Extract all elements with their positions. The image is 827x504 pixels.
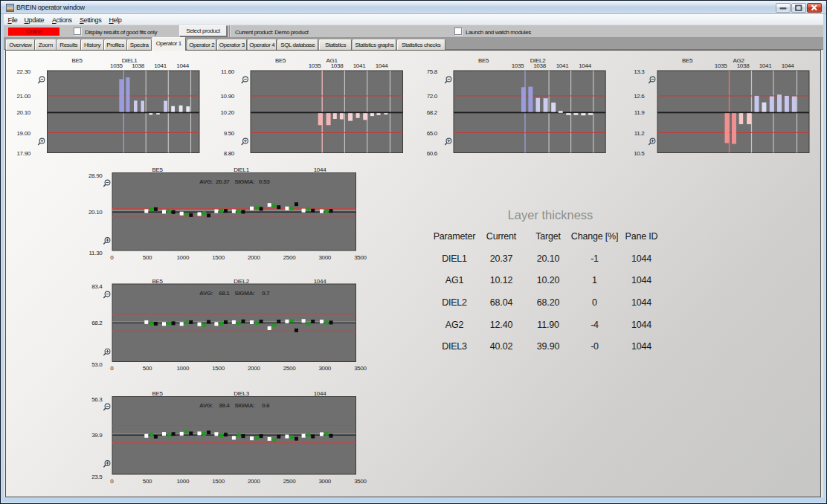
svg-text:39.4: 39.4 — [219, 402, 230, 409]
svg-text:1000: 1000 — [176, 365, 189, 372]
svg-text:SIGMA:: SIGMA: — [234, 402, 254, 409]
svg-text:1038: 1038 — [737, 62, 750, 69]
svg-text:0: 0 — [110, 365, 114, 372]
svg-text:12.6: 12.6 — [634, 93, 645, 100]
svg-text:20.10: 20.10 — [89, 209, 103, 216]
svg-text:0.6: 0.6 — [262, 402, 270, 409]
svg-text:1041: 1041 — [154, 62, 167, 69]
svg-text:2000: 2000 — [248, 365, 260, 372]
svg-text:11.60: 11.60 — [221, 68, 235, 75]
svg-text:23.5: 23.5 — [91, 474, 103, 480]
svg-text:21.00: 21.00 — [16, 93, 30, 100]
svg-text:1500: 1500 — [212, 365, 225, 372]
svg-text:1038: 1038 — [533, 62, 546, 69]
svg-text:0: 0 — [110, 478, 114, 485]
svg-text:2500: 2500 — [283, 365, 296, 372]
svg-text:53.0: 53.0 — [91, 361, 103, 368]
svg-text:2500: 2500 — [283, 478, 296, 485]
svg-text:68.1: 68.1 — [219, 290, 230, 297]
svg-text:10.5: 10.5 — [634, 150, 645, 157]
svg-text:3500: 3500 — [354, 365, 367, 372]
svg-text:11.9: 11.9 — [634, 109, 646, 116]
svg-text:2500: 2500 — [283, 254, 296, 261]
svg-text:1044: 1044 — [376, 62, 388, 69]
svg-text:DIEL1: DIEL1 — [234, 167, 250, 173]
svg-text:1500: 1500 — [212, 478, 225, 485]
svg-text:1035: 1035 — [110, 62, 123, 69]
svg-text:BE5: BE5 — [152, 390, 163, 397]
svg-text:10.90: 10.90 — [220, 93, 234, 100]
svg-text:11.2: 11.2 — [634, 130, 646, 137]
svg-text:75.8: 75.8 — [427, 68, 438, 75]
svg-text:BE5: BE5 — [152, 278, 163, 285]
svg-text:28.90: 28.90 — [89, 172, 103, 179]
svg-text:3000: 3000 — [318, 254, 331, 261]
svg-text:1500: 1500 — [212, 254, 225, 261]
svg-text:DIEL3: DIEL3 — [234, 390, 250, 397]
svg-text:19.00: 19.00 — [16, 130, 30, 137]
svg-text:1044: 1044 — [782, 62, 794, 69]
svg-text:60.6: 60.6 — [427, 150, 438, 157]
svg-text:1044: 1044 — [314, 167, 326, 173]
svg-text:0.53: 0.53 — [259, 178, 270, 185]
svg-text:500: 500 — [143, 365, 152, 372]
svg-text:10.20: 10.20 — [220, 109, 234, 116]
svg-text:BE5: BE5 — [275, 57, 286, 64]
svg-text:65.0: 65.0 — [427, 130, 438, 137]
svg-text:DIEL2: DIEL2 — [234, 278, 250, 285]
svg-text:9.50: 9.50 — [224, 130, 235, 137]
svg-text:68.2: 68.2 — [91, 320, 103, 326]
svg-text:0.7: 0.7 — [262, 290, 270, 297]
svg-text:2000: 2000 — [248, 478, 260, 485]
svg-text:1035: 1035 — [309, 62, 321, 69]
svg-text:1035: 1035 — [512, 62, 524, 69]
svg-text:BE5: BE5 — [152, 167, 163, 173]
svg-text:1041: 1041 — [556, 62, 569, 69]
svg-text:500: 500 — [143, 478, 152, 485]
svg-text:1038: 1038 — [132, 62, 144, 69]
svg-text:1044: 1044 — [579, 62, 591, 69]
svg-text:1041: 1041 — [759, 62, 772, 69]
svg-text:SIGMA:: SIGMA: — [234, 290, 254, 297]
svg-text:8.80: 8.80 — [224, 150, 235, 157]
svg-text:BE5: BE5 — [478, 57, 489, 64]
svg-text:AVG:: AVG: — [199, 402, 213, 409]
svg-text:1044: 1044 — [314, 390, 326, 397]
svg-text:3000: 3000 — [318, 365, 331, 372]
svg-text:AVG:: AVG: — [199, 290, 213, 297]
svg-text:68.2: 68.2 — [427, 109, 438, 116]
svg-text:2000: 2000 — [248, 254, 260, 261]
svg-text:1038: 1038 — [331, 62, 344, 69]
svg-text:13.3: 13.3 — [634, 68, 645, 75]
svg-text:0: 0 — [110, 254, 114, 261]
svg-text:500: 500 — [143, 254, 152, 261]
svg-text:SIGMA:: SIGMA: — [234, 178, 254, 185]
svg-text:1035: 1035 — [715, 62, 727, 69]
svg-text:39.9: 39.9 — [91, 432, 103, 439]
svg-text:83.4: 83.4 — [91, 283, 103, 290]
svg-text:72.0: 72.0 — [427, 93, 438, 100]
svg-text:20.10: 20.10 — [16, 109, 30, 116]
svg-text:1041: 1041 — [353, 62, 366, 69]
svg-text:1044: 1044 — [314, 278, 326, 285]
svg-text:AVG:: AVG: — [199, 178, 213, 185]
svg-text:17.90: 17.90 — [16, 150, 30, 157]
svg-text:1000: 1000 — [176, 478, 189, 485]
svg-text:20.37: 20.37 — [216, 178, 230, 185]
svg-text:3500: 3500 — [354, 254, 367, 261]
svg-text:1044: 1044 — [176, 62, 189, 69]
svg-text:56.3: 56.3 — [91, 396, 103, 403]
svg-text:11.30: 11.30 — [89, 250, 103, 256]
svg-text:22.30: 22.30 — [16, 68, 30, 75]
svg-text:1000: 1000 — [176, 254, 189, 261]
svg-text:BE5: BE5 — [71, 57, 83, 64]
svg-text:3500: 3500 — [354, 478, 367, 485]
svg-text:BE5: BE5 — [682, 57, 693, 64]
svg-text:3000: 3000 — [318, 478, 331, 485]
